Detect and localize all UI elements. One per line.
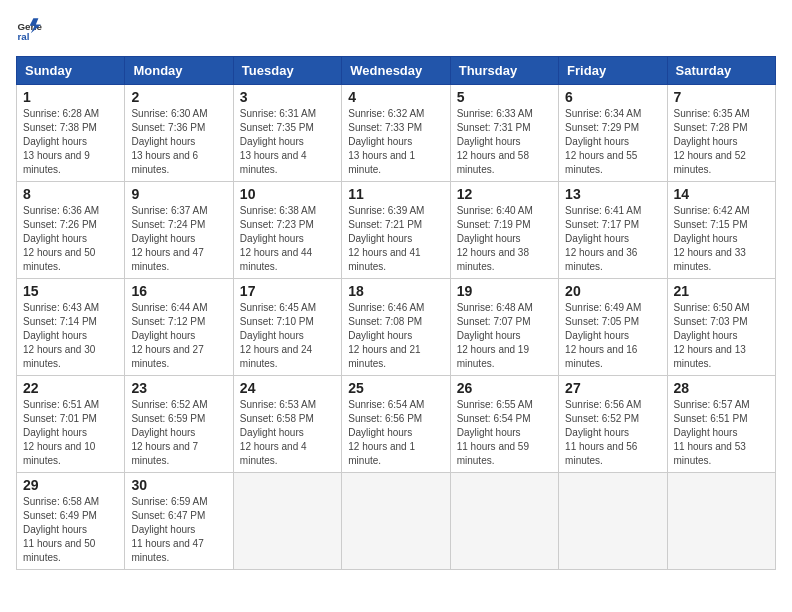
day-number: 14 [674,186,769,202]
day-number: 6 [565,89,660,105]
calendar-week-5: 29 Sunrise: 6:58 AM Sunset: 6:49 PM Dayl… [17,473,776,570]
calendar-week-4: 22 Sunrise: 6:51 AM Sunset: 7:01 PM Dayl… [17,376,776,473]
day-detail: Sunrise: 6:32 AM Sunset: 7:33 PM Dayligh… [348,107,443,177]
calendar-cell: 9 Sunrise: 6:37 AM Sunset: 7:24 PM Dayli… [125,182,233,279]
day-detail: Sunrise: 6:49 AM Sunset: 7:05 PM Dayligh… [565,301,660,371]
calendar-cell: 26 Sunrise: 6:55 AM Sunset: 6:54 PM Dayl… [450,376,558,473]
calendar-cell: 22 Sunrise: 6:51 AM Sunset: 7:01 PM Dayl… [17,376,125,473]
day-number: 16 [131,283,226,299]
logo: Gene ral [16,16,48,44]
calendar-cell: 2 Sunrise: 6:30 AM Sunset: 7:36 PM Dayli… [125,85,233,182]
calendar-cell: 6 Sunrise: 6:34 AM Sunset: 7:29 PM Dayli… [559,85,667,182]
calendar-cell [667,473,775,570]
calendar-cell: 17 Sunrise: 6:45 AM Sunset: 7:10 PM Dayl… [233,279,341,376]
logo-icon: Gene ral [16,16,44,44]
day-number: 25 [348,380,443,396]
calendar-cell: 28 Sunrise: 6:57 AM Sunset: 6:51 PM Dayl… [667,376,775,473]
day-detail: Sunrise: 6:55 AM Sunset: 6:54 PM Dayligh… [457,398,552,468]
calendar-cell: 20 Sunrise: 6:49 AM Sunset: 7:05 PM Dayl… [559,279,667,376]
calendar-cell: 19 Sunrise: 6:48 AM Sunset: 7:07 PM Dayl… [450,279,558,376]
calendar-header-row: SundayMondayTuesdayWednesdayThursdayFrid… [17,57,776,85]
day-number: 24 [240,380,335,396]
day-number: 26 [457,380,552,396]
page-header: Gene ral [16,16,776,44]
calendar-cell: 21 Sunrise: 6:50 AM Sunset: 7:03 PM Dayl… [667,279,775,376]
day-detail: Sunrise: 6:34 AM Sunset: 7:29 PM Dayligh… [565,107,660,177]
day-detail: Sunrise: 6:43 AM Sunset: 7:14 PM Dayligh… [23,301,118,371]
day-detail: Sunrise: 6:30 AM Sunset: 7:36 PM Dayligh… [131,107,226,177]
day-number: 15 [23,283,118,299]
calendar-cell: 5 Sunrise: 6:33 AM Sunset: 7:31 PM Dayli… [450,85,558,182]
day-number: 11 [348,186,443,202]
calendar-cell: 7 Sunrise: 6:35 AM Sunset: 7:28 PM Dayli… [667,85,775,182]
day-detail: Sunrise: 6:53 AM Sunset: 6:58 PM Dayligh… [240,398,335,468]
day-detail: Sunrise: 6:38 AM Sunset: 7:23 PM Dayligh… [240,204,335,274]
day-number: 1 [23,89,118,105]
day-number: 13 [565,186,660,202]
calendar-cell: 18 Sunrise: 6:46 AM Sunset: 7:08 PM Dayl… [342,279,450,376]
day-number: 21 [674,283,769,299]
day-number: 30 [131,477,226,493]
day-number: 19 [457,283,552,299]
day-detail: Sunrise: 6:40 AM Sunset: 7:19 PM Dayligh… [457,204,552,274]
calendar-cell: 1 Sunrise: 6:28 AM Sunset: 7:38 PM Dayli… [17,85,125,182]
day-number: 27 [565,380,660,396]
calendar-cell: 23 Sunrise: 6:52 AM Sunset: 6:59 PM Dayl… [125,376,233,473]
calendar-cell [559,473,667,570]
calendar-cell: 10 Sunrise: 6:38 AM Sunset: 7:23 PM Dayl… [233,182,341,279]
day-detail: Sunrise: 6:57 AM Sunset: 6:51 PM Dayligh… [674,398,769,468]
day-detail: Sunrise: 6:48 AM Sunset: 7:07 PM Dayligh… [457,301,552,371]
day-detail: Sunrise: 6:39 AM Sunset: 7:21 PM Dayligh… [348,204,443,274]
day-number: 10 [240,186,335,202]
day-detail: Sunrise: 6:52 AM Sunset: 6:59 PM Dayligh… [131,398,226,468]
day-detail: Sunrise: 6:44 AM Sunset: 7:12 PM Dayligh… [131,301,226,371]
day-detail: Sunrise: 6:58 AM Sunset: 6:49 PM Dayligh… [23,495,118,565]
day-detail: Sunrise: 6:37 AM Sunset: 7:24 PM Dayligh… [131,204,226,274]
day-detail: Sunrise: 6:54 AM Sunset: 6:56 PM Dayligh… [348,398,443,468]
day-number: 4 [348,89,443,105]
day-detail: Sunrise: 6:35 AM Sunset: 7:28 PM Dayligh… [674,107,769,177]
day-number: 7 [674,89,769,105]
calendar-week-1: 1 Sunrise: 6:28 AM Sunset: 7:38 PM Dayli… [17,85,776,182]
calendar-cell: 3 Sunrise: 6:31 AM Sunset: 7:35 PM Dayli… [233,85,341,182]
calendar-cell [450,473,558,570]
day-detail: Sunrise: 6:46 AM Sunset: 7:08 PM Dayligh… [348,301,443,371]
day-detail: Sunrise: 6:33 AM Sunset: 7:31 PM Dayligh… [457,107,552,177]
day-detail: Sunrise: 6:36 AM Sunset: 7:26 PM Dayligh… [23,204,118,274]
header-wednesday: Wednesday [342,57,450,85]
day-detail: Sunrise: 6:31 AM Sunset: 7:35 PM Dayligh… [240,107,335,177]
calendar-cell: 15 Sunrise: 6:43 AM Sunset: 7:14 PM Dayl… [17,279,125,376]
day-detail: Sunrise: 6:28 AM Sunset: 7:38 PM Dayligh… [23,107,118,177]
day-number: 20 [565,283,660,299]
calendar-cell: 14 Sunrise: 6:42 AM Sunset: 7:15 PM Dayl… [667,182,775,279]
header-tuesday: Tuesday [233,57,341,85]
day-number: 12 [457,186,552,202]
header-friday: Friday [559,57,667,85]
calendar-cell: 12 Sunrise: 6:40 AM Sunset: 7:19 PM Dayl… [450,182,558,279]
calendar-cell [233,473,341,570]
header-thursday: Thursday [450,57,558,85]
calendar-cell: 16 Sunrise: 6:44 AM Sunset: 7:12 PM Dayl… [125,279,233,376]
day-detail: Sunrise: 6:42 AM Sunset: 7:15 PM Dayligh… [674,204,769,274]
day-detail: Sunrise: 6:59 AM Sunset: 6:47 PM Dayligh… [131,495,226,565]
calendar-cell: 27 Sunrise: 6:56 AM Sunset: 6:52 PM Dayl… [559,376,667,473]
day-number: 5 [457,89,552,105]
header-monday: Monday [125,57,233,85]
calendar-cell: 30 Sunrise: 6:59 AM Sunset: 6:47 PM Dayl… [125,473,233,570]
svg-text:ral: ral [17,31,29,42]
day-number: 3 [240,89,335,105]
calendar-cell: 4 Sunrise: 6:32 AM Sunset: 7:33 PM Dayli… [342,85,450,182]
calendar-cell: 24 Sunrise: 6:53 AM Sunset: 6:58 PM Dayl… [233,376,341,473]
day-number: 8 [23,186,118,202]
day-detail: Sunrise: 6:50 AM Sunset: 7:03 PM Dayligh… [674,301,769,371]
day-detail: Sunrise: 6:56 AM Sunset: 6:52 PM Dayligh… [565,398,660,468]
calendar-cell: 13 Sunrise: 6:41 AM Sunset: 7:17 PM Dayl… [559,182,667,279]
day-detail: Sunrise: 6:51 AM Sunset: 7:01 PM Dayligh… [23,398,118,468]
day-number: 23 [131,380,226,396]
calendar-table: SundayMondayTuesdayWednesdayThursdayFrid… [16,56,776,570]
day-detail: Sunrise: 6:45 AM Sunset: 7:10 PM Dayligh… [240,301,335,371]
header-sunday: Sunday [17,57,125,85]
day-number: 28 [674,380,769,396]
day-number: 18 [348,283,443,299]
day-number: 9 [131,186,226,202]
